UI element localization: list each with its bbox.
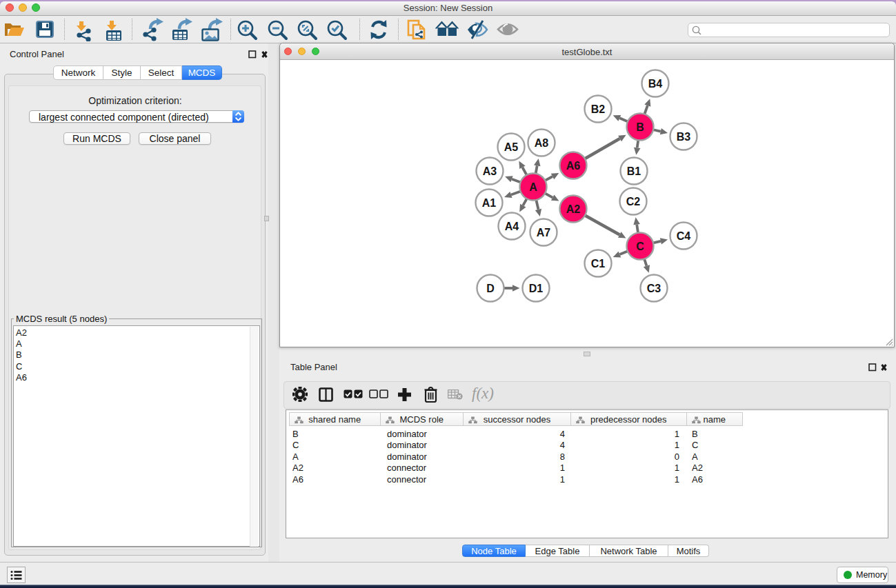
svg-text:B1: B1 bbox=[627, 165, 641, 177]
svg-text:B4: B4 bbox=[648, 78, 663, 90]
svg-text:A3: A3 bbox=[483, 165, 497, 177]
svg-text:A8: A8 bbox=[535, 137, 549, 149]
svg-text:A1: A1 bbox=[482, 197, 497, 209]
svg-text:B: B bbox=[636, 121, 644, 133]
svg-text:C2: C2 bbox=[626, 196, 641, 207]
svg-text:B3: B3 bbox=[677, 131, 691, 143]
svg-text:C3: C3 bbox=[647, 283, 661, 294]
svg-text:B2: B2 bbox=[591, 103, 606, 115]
svg-text:A4: A4 bbox=[505, 221, 519, 232]
svg-text:C1: C1 bbox=[591, 258, 606, 270]
svg-text:A2: A2 bbox=[566, 203, 581, 215]
svg-text:A7: A7 bbox=[537, 227, 551, 239]
svg-text:C: C bbox=[636, 241, 644, 252]
svg-text:A: A bbox=[529, 181, 537, 193]
svg-text:A6: A6 bbox=[566, 160, 581, 172]
svg-text:A5: A5 bbox=[504, 141, 519, 153]
svg-text:D: D bbox=[486, 283, 495, 294]
svg-text:D1: D1 bbox=[529, 283, 544, 294]
svg-text:C4: C4 bbox=[677, 230, 691, 242]
